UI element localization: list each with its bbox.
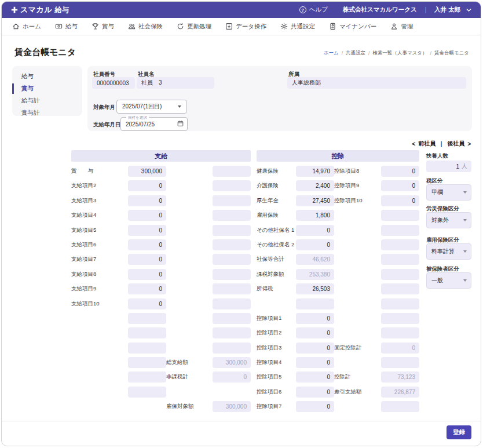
sidebar-item-bonus-total[interactable]: 賞与計: [12, 108, 82, 118]
payment-field[interactable]: 0: [128, 269, 166, 280]
deduction-field[interactable]: 0: [296, 357, 334, 368]
payment-field[interactable]: [213, 254, 251, 265]
payment-field[interactable]: [213, 180, 251, 191]
dependents-field[interactable]: 1 人: [426, 161, 471, 172]
deduction-field[interactable]: 0: [296, 343, 334, 354]
deduction-field[interactable]: [381, 401, 419, 412]
tax-class-select[interactable]: 甲欄: [426, 184, 471, 201]
deduction-field[interactable]: [381, 327, 419, 338]
nav-item-data-operations[interactable]: データ操作: [225, 23, 266, 31]
payment-field[interactable]: 0: [128, 180, 166, 191]
payment-label: 非課税計: [166, 371, 213, 383]
deduction-field[interactable]: [381, 357, 419, 368]
payment-label: [71, 387, 128, 398]
nav-item-social-insurance[interactable]: 社会保険: [128, 23, 163, 31]
payment-field[interactable]: [213, 313, 251, 324]
deduction-field[interactable]: [381, 210, 419, 221]
sidebar-item-salary[interactable]: 給与: [12, 71, 82, 82]
payment-field[interactable]: [128, 387, 166, 398]
payment-field[interactable]: [213, 343, 251, 354]
deduction-field[interactable]: [381, 239, 419, 250]
deduction-field[interactable]: 1,800: [296, 210, 334, 221]
pay-date-input[interactable]: 日付を選択 2025/07/25: [120, 117, 188, 131]
payment-field[interactable]: [128, 343, 166, 354]
breadcrumb-item[interactable]: ホーム: [324, 50, 339, 57]
deduction-field[interactable]: [381, 298, 419, 309]
payment-field[interactable]: [213, 283, 251, 294]
deduction-field[interactable]: [296, 298, 334, 309]
deduction-field[interactable]: 26,503: [296, 283, 334, 294]
app-window: スマカル 給与 ? ヘルプ 株式会社スマカルワークス ｜ 入井 太郎 ホーム給与…: [1, 1, 481, 446]
deduction-field[interactable]: [381, 313, 419, 324]
deduction-field[interactable]: [381, 283, 419, 294]
employment-insurance-class-select[interactable]: 料率計算: [426, 243, 471, 260]
deduction-field[interactable]: 2,400: [296, 180, 334, 191]
payment-field[interactable]: [128, 313, 166, 324]
nav-item-payroll[interactable]: 給与: [55, 23, 78, 31]
deduction-field[interactable]: 0: [381, 180, 419, 191]
payment-field[interactable]: 300,000: [128, 166, 166, 177]
payment-label: [71, 371, 128, 383]
payment-field[interactable]: 0: [128, 298, 166, 309]
calendar-icon[interactable]: [177, 121, 184, 128]
deduction-field[interactable]: 0: [296, 371, 334, 383]
nav-item-admin[interactable]: 管理: [390, 23, 413, 31]
deduction-field[interactable]: 14,970: [296, 166, 334, 177]
deduction-field[interactable]: [381, 225, 419, 236]
deduction-field[interactable]: 0: [381, 166, 419, 177]
payment-field[interactable]: 0: [128, 254, 166, 265]
deduction-label: 控除項目3: [257, 343, 296, 354]
payment-field[interactable]: [128, 327, 166, 338]
help-button[interactable]: ? ヘルプ: [299, 6, 328, 14]
payment-field[interactable]: [213, 239, 251, 250]
deduction-field[interactable]: 27,450: [296, 195, 334, 206]
payment-field[interactable]: [128, 371, 166, 383]
payment-field[interactable]: 0: [128, 225, 166, 236]
nav-item-home[interactable]: ホーム: [12, 23, 41, 31]
payment-field[interactable]: [213, 195, 251, 206]
payment-field[interactable]: [213, 225, 251, 236]
account-menu[interactable]: 株式会社スマカルワークス ｜ 入井 太郎: [343, 6, 471, 14]
payment-label: 支給項目5: [71, 225, 128, 236]
breadcrumb-item: 賃金台帳モニタ: [434, 50, 469, 57]
nav-item-update-process[interactable]: 更新処理: [177, 23, 211, 31]
deduction-field[interactable]: 0: [381, 195, 419, 206]
payment-field[interactable]: [128, 357, 166, 368]
payment-field[interactable]: [213, 210, 251, 221]
payment-field[interactable]: 0: [128, 283, 166, 294]
payment-field[interactable]: 0: [128, 239, 166, 250]
dept-field: 人事総務部: [287, 77, 466, 89]
workers-comp-class-select[interactable]: 対象外: [426, 212, 471, 228]
deduction-field[interactable]: [381, 254, 419, 265]
nav-item-mynumber[interactable]: マイナンバー: [329, 23, 376, 31]
deduction-field[interactable]: [381, 269, 419, 280]
deduction-field: 0: [381, 343, 419, 354]
deduction-field[interactable]: 0: [296, 313, 334, 324]
target-month-select[interactable]: 2025/07(1回目): [116, 100, 187, 114]
submit-button[interactable]: 登録: [447, 425, 471, 439]
deduction-field[interactable]: 0: [296, 387, 334, 398]
nav-item-common-settings[interactable]: 共通設定: [280, 23, 315, 31]
sidebar-item-salary-total[interactable]: 給与計: [12, 96, 82, 106]
deduction-field[interactable]: 0: [296, 225, 334, 236]
payment-field[interactable]: [213, 298, 251, 309]
sidebar-item-bonus[interactable]: 賞与: [12, 83, 82, 94]
deduction-field[interactable]: 0: [296, 239, 334, 250]
payment-field[interactable]: [213, 327, 251, 338]
insured-class-select[interactable]: 一般: [426, 272, 471, 289]
next-employee-link[interactable]: 後社員: [447, 140, 464, 148]
payment-field[interactable]: [213, 269, 251, 280]
deduction-field[interactable]: 0: [296, 327, 334, 338]
deduction-label: [334, 239, 381, 250]
payment-label: 賞 与: [71, 166, 128, 177]
prev-employee-link[interactable]: 前社員: [418, 140, 436, 148]
payment-field[interactable]: 0: [128, 210, 166, 221]
payment-field[interactable]: 0: [128, 195, 166, 206]
nav-item-bonus[interactable]: 賞与: [92, 23, 114, 31]
deduction-field[interactable]: 0: [296, 401, 334, 412]
prev-employee-chevron-icon[interactable]: <: [412, 141, 416, 147]
breadcrumb-separator: /: [368, 50, 369, 56]
payment-field[interactable]: [213, 166, 251, 177]
next-employee-chevron-icon[interactable]: >: [467, 141, 471, 147]
product-name: 給与: [54, 5, 69, 15]
